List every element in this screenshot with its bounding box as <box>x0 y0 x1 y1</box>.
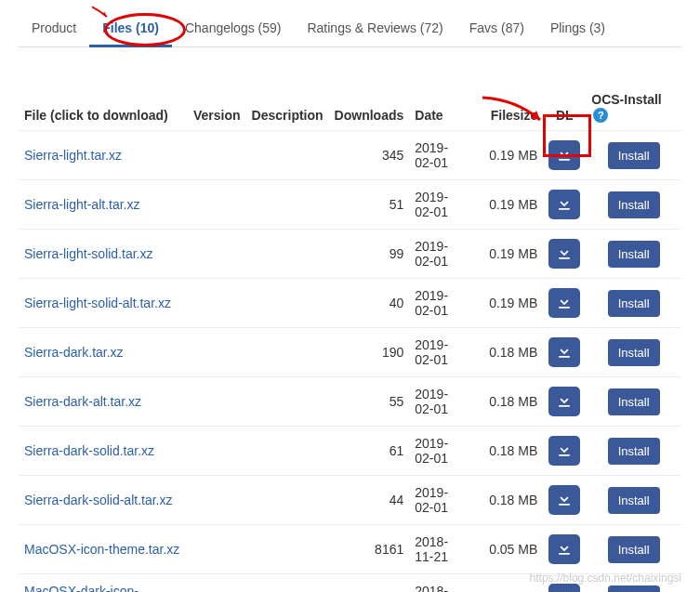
install-button[interactable]: Install <box>608 339 660 366</box>
file-link[interactable]: Sierra-dark-alt.tar.xz <box>24 394 141 409</box>
cell-date: 2018-11-21 <box>409 574 470 593</box>
cell-date: 2019-02-01 <box>409 131 470 180</box>
cell-downloads: 4824 <box>329 574 410 593</box>
download-button[interactable] <box>548 288 580 318</box>
cell-downloads: 51 <box>329 180 410 230</box>
cell-filesize: 0.19 MB <box>471 279 544 328</box>
cell-description <box>246 574 329 593</box>
cell-description <box>246 427 329 476</box>
tab-ratings-reviews[interactable]: Ratings & Reviews (72) <box>294 11 456 46</box>
file-link[interactable]: MacOSX-dark-icon-theme.tar.xz <box>24 584 139 592</box>
install-button[interactable]: Install <box>608 536 660 563</box>
download-icon <box>555 194 574 216</box>
download-icon <box>555 293 574 314</box>
th-description: Description <box>246 85 329 131</box>
download-button[interactable] <box>548 436 580 466</box>
table-row: Sierra-light-alt.tar.xz512019-02-010.19 … <box>19 180 681 230</box>
table-row: Sierra-dark.tar.xz1902019-02-010.18 MBIn… <box>19 328 681 377</box>
install-button[interactable]: Install <box>608 241 660 268</box>
install-button[interactable]: Install <box>608 487 660 514</box>
file-link[interactable]: Sierra-light-alt.tar.xz <box>24 197 139 212</box>
th-date: Date <box>409 85 470 131</box>
cell-date: 2019-02-01 <box>409 230 470 279</box>
th-downloads: Downloads <box>329 85 410 131</box>
download-icon <box>555 391 574 413</box>
cell-date: 2019-02-01 <box>409 180 470 230</box>
table-row: Sierra-dark-solid-alt.tar.xz442019-02-01… <box>19 476 681 525</box>
cell-version <box>188 180 246 230</box>
download-icon <box>555 441 574 462</box>
install-button[interactable]: Install <box>608 290 660 317</box>
file-link[interactable]: Sierra-dark-solid.tar.xz <box>24 443 154 458</box>
files-table: File (click to download) Version Descrip… <box>19 85 681 592</box>
download-icon <box>555 539 574 560</box>
table-row: Sierra-light.tar.xz3452019-02-010.19 MBI… <box>19 131 681 180</box>
download-button[interactable] <box>548 140 580 170</box>
cell-description <box>246 377 329 427</box>
cell-date: 2019-02-01 <box>409 328 470 377</box>
cell-version <box>188 476 246 525</box>
file-link[interactable]: Sierra-light.tar.xz <box>24 148 122 163</box>
tab-product[interactable]: Product <box>19 11 89 46</box>
download-button[interactable] <box>548 190 580 219</box>
install-button[interactable]: Install <box>608 142 660 169</box>
cell-downloads: 55 <box>329 377 410 427</box>
tab-plings[interactable]: Plings (3) <box>537 11 618 46</box>
install-button[interactable]: Install <box>608 438 660 465</box>
cell-downloads: 61 <box>329 427 410 476</box>
cell-description <box>246 180 329 230</box>
cell-filesize: 0.18 MB <box>471 377 544 427</box>
cell-version <box>188 525 246 574</box>
cell-description <box>246 525 329 574</box>
cell-date: 2019-02-01 <box>409 279 470 328</box>
download-button[interactable] <box>548 534 580 564</box>
file-link[interactable]: MacOSX-icon-theme.tar.xz <box>24 542 179 557</box>
download-button[interactable] <box>548 337 580 367</box>
download-button[interactable] <box>548 239 580 269</box>
cell-downloads: 190 <box>329 328 410 377</box>
file-link[interactable]: Sierra-light-solid.tar.xz <box>24 246 153 261</box>
tab-changelogs[interactable]: Changelogs (59) <box>172 11 295 46</box>
watermark-text: https://blog.csdn.net/chaixingsi <box>530 572 681 585</box>
tab-favs[interactable]: Favs (87) <box>456 11 537 46</box>
cell-version <box>188 427 246 476</box>
cell-downloads: 40 <box>329 279 410 328</box>
file-link[interactable]: Sierra-light-solid-alt.tar.xz <box>24 296 171 310</box>
cell-date: 2018-11-21 <box>409 525 470 574</box>
cell-downloads: 345 <box>329 131 410 180</box>
cell-description <box>246 279 329 328</box>
cell-version <box>188 230 246 279</box>
cell-description <box>246 131 329 180</box>
install-button[interactable]: Install <box>608 388 660 415</box>
install-button[interactable]: Install <box>608 585 660 593</box>
download-icon <box>555 342 574 363</box>
th-filesize: Filesize <box>471 85 544 131</box>
cell-description <box>246 230 329 279</box>
table-row: Sierra-light-solid.tar.xz992019-02-010.1… <box>19 230 681 279</box>
file-link[interactable]: Sierra-dark.tar.xz <box>24 345 124 360</box>
cell-downloads: 99 <box>329 230 410 279</box>
cell-filesize: 0.05 MB <box>471 525 544 574</box>
install-button[interactable]: Install <box>608 191 660 218</box>
cell-version <box>188 574 246 593</box>
cell-date: 2019-02-01 <box>409 377 470 427</box>
help-icon[interactable]: ? <box>593 108 608 123</box>
th-ocs-install: OCS-Install ? <box>586 85 681 131</box>
tab-files[interactable]: Files (10) <box>89 11 172 47</box>
cell-date: 2019-02-01 <box>409 427 470 476</box>
download-button[interactable] <box>548 584 580 592</box>
download-icon <box>555 588 574 593</box>
cell-downloads: 44 <box>329 476 410 525</box>
cell-description <box>246 476 329 525</box>
table-row: MacOSX-icon-theme.tar.xz81612018-11-210.… <box>19 525 681 574</box>
tabs-bar: Product Files (10) Changelogs (59) Ratin… <box>19 11 681 47</box>
cell-filesize: 0.18 MB <box>471 476 544 525</box>
file-link[interactable]: Sierra-dark-solid-alt.tar.xz <box>24 493 173 507</box>
download-button[interactable] <box>548 387 580 416</box>
cell-filesize: 0.19 MB <box>471 180 544 230</box>
download-icon <box>555 243 574 265</box>
cell-version <box>188 377 246 427</box>
download-button[interactable] <box>548 485 580 515</box>
cell-filesize: 0.18 MB <box>471 427 544 476</box>
table-row: Sierra-light-solid-alt.tar.xz402019-02-0… <box>19 279 681 328</box>
